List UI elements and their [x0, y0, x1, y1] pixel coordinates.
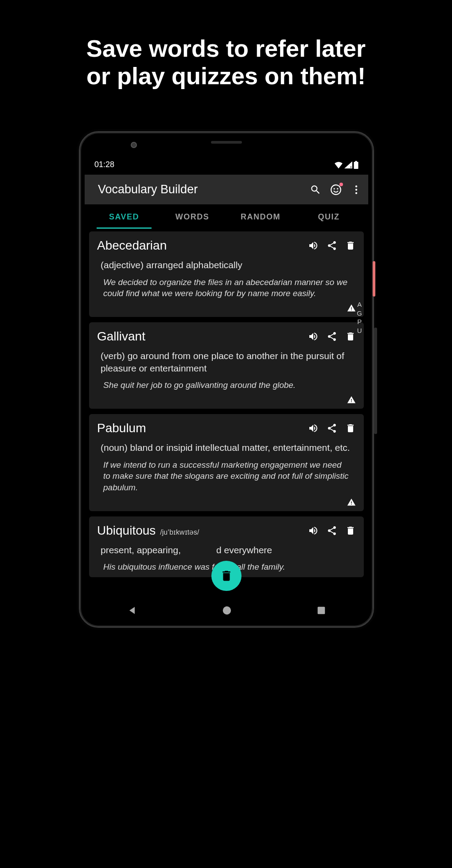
- definition-pre: present, appearing,: [101, 544, 181, 556]
- camera-dot: [131, 142, 137, 148]
- svg-point-8: [355, 192, 357, 194]
- share-icon[interactable]: [327, 331, 337, 342]
- word-title: Ubiquitous /juˈbɪkwɪtəs/: [97, 524, 303, 538]
- alpha-letter[interactable]: P: [357, 317, 362, 326]
- svg-point-7: [355, 188, 357, 190]
- delete-icon[interactable]: [345, 525, 356, 536]
- word-example: If we intend to run a successful marketi…: [103, 459, 350, 493]
- word-example: We decided to organize the files in an a…: [103, 277, 350, 299]
- battery-icon: [354, 161, 358, 169]
- word-card[interactable]: Pabulum (noun) bland or insipid intellec…: [89, 414, 364, 511]
- search-icon: [310, 184, 321, 195]
- svg-point-4: [334, 188, 335, 189]
- status-time: 01:28: [94, 160, 114, 169]
- tab-random[interactable]: RANDOM: [226, 204, 295, 229]
- trash-icon: [220, 569, 233, 583]
- word-definition: (verb) go around from one place to anoth…: [101, 350, 352, 374]
- speak-icon[interactable]: [308, 331, 319, 342]
- svg-rect-10: [317, 607, 325, 614]
- word-card[interactable]: Gallivant (verb) go around from one plac…: [89, 322, 364, 409]
- svg-point-5: [337, 188, 338, 189]
- delete-icon[interactable]: [345, 423, 356, 434]
- earpiece: [211, 141, 242, 144]
- svg-rect-1: [354, 162, 358, 169]
- alpha-letter[interactable]: G: [357, 309, 362, 318]
- notification-badge: [339, 183, 343, 186]
- alpha-index[interactable]: A G P U: [357, 300, 362, 335]
- status-icons: x: [334, 161, 358, 169]
- word-title-text: Ubiquitous: [97, 524, 156, 538]
- report-icon[interactable]: [347, 395, 356, 404]
- share-icon[interactable]: [327, 240, 337, 251]
- share-icon[interactable]: [327, 423, 337, 434]
- word-title: Pabulum: [97, 421, 303, 435]
- promo-line-1: Save words to refer later: [0, 35, 452, 62]
- speak-icon[interactable]: [308, 240, 319, 251]
- app-title: Vocabulary Builder: [98, 183, 301, 196]
- word-card[interactable]: Abecedarian (adjective) arranged alphabe…: [89, 231, 364, 317]
- word-example: She quit her job to go gallivanting arou…: [103, 379, 350, 391]
- system-nav-bar: [85, 599, 368, 622]
- report-icon[interactable]: [347, 304, 356, 313]
- wifi-icon: [334, 161, 343, 168]
- tab-saved[interactable]: SAVED: [90, 204, 158, 229]
- phone-screen: 01:28 x Vocabulary Builder SAVED WORDS: [85, 152, 368, 622]
- tab-quiz[interactable]: QUIZ: [295, 204, 363, 229]
- delete-icon[interactable]: [345, 331, 356, 342]
- svg-point-6: [355, 185, 357, 187]
- tabs: SAVED WORDS RANDOM QUIZ: [85, 204, 368, 229]
- feedback-button[interactable]: [330, 184, 342, 195]
- nav-recents-icon[interactable]: [316, 606, 326, 615]
- status-bar: 01:28 x: [85, 152, 368, 175]
- speak-icon[interactable]: [308, 423, 319, 434]
- tab-words[interactable]: WORDS: [158, 204, 226, 229]
- power-button-accent: [373, 261, 375, 297]
- svg-point-3: [331, 185, 341, 195]
- nav-home-icon[interactable]: [222, 606, 232, 615]
- phone-frame: 01:28 x Vocabulary Builder SAVED WORDS: [79, 131, 374, 628]
- word-definition: present, appearing, d everywhere: [101, 544, 352, 556]
- alpha-letter[interactable]: A: [357, 300, 362, 309]
- alpha-letter[interactable]: U: [357, 326, 362, 335]
- search-button[interactable]: [310, 184, 321, 195]
- promo-line-2: or play quizzes on them!: [0, 62, 452, 90]
- word-phonetic: /juˈbɪkwɪtəs/: [160, 528, 199, 536]
- volume-button: [374, 328, 377, 434]
- delete-icon[interactable]: [345, 240, 356, 251]
- delete-all-fab[interactable]: [211, 561, 242, 591]
- app-bar: Vocabulary Builder: [85, 175, 368, 204]
- overflow-menu-button[interactable]: [351, 184, 362, 195]
- word-definition: (adjective) arranged alphabetically: [101, 259, 352, 271]
- word-definition: (noun) bland or insipid intellectual mat…: [101, 442, 352, 454]
- more-vert-icon: [351, 184, 362, 195]
- nav-back-icon[interactable]: [127, 605, 137, 616]
- word-title: Gallivant: [97, 329, 303, 344]
- word-title: Abecedarian: [97, 239, 303, 253]
- share-icon[interactable]: [327, 525, 337, 536]
- svg-rect-2: [355, 161, 357, 162]
- svg-point-9: [223, 606, 231, 614]
- word-list[interactable]: Abecedarian (adjective) arranged alphabe…: [85, 229, 368, 577]
- signal-icon: x: [344, 161, 352, 168]
- report-icon[interactable]: [347, 498, 356, 507]
- definition-post: d everywhere: [216, 544, 272, 556]
- speak-icon[interactable]: [308, 525, 319, 536]
- promo-headline: Save words to refer later or play quizze…: [0, 0, 452, 90]
- svg-text:x: x: [350, 165, 352, 168]
